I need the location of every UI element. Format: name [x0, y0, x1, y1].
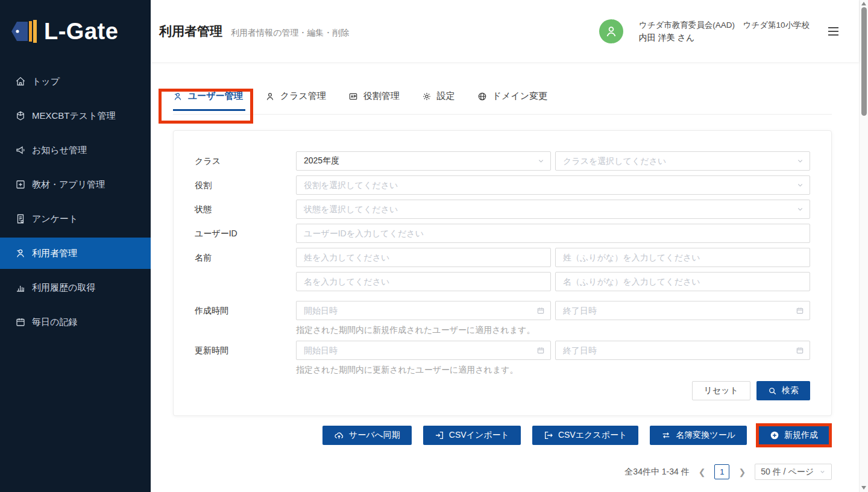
- tab-class-management[interactable]: クラス管理: [265, 89, 329, 111]
- hamburger-menu-icon[interactable]: [828, 27, 839, 36]
- search-icon: [768, 386, 777, 396]
- sidebar-item-survey[interactable]: アンケート: [0, 203, 151, 235]
- first-name-input[interactable]: [296, 272, 551, 291]
- csv-import-button[interactable]: CSVインポート: [423, 426, 521, 445]
- role-label: 役割: [195, 175, 296, 195]
- sidebar-item-news[interactable]: お知らせ管理: [0, 134, 151, 166]
- last-name-field[interactable]: [296, 248, 551, 267]
- content: ユーザー管理 クラス管理 役割管理: [151, 62, 859, 492]
- sidebar-item-mexcbt[interactable]: MEXCBTテスト管理: [0, 100, 151, 131]
- created-end-date-field[interactable]: [555, 301, 810, 320]
- topbar: 利用者管理 利用者情報の管理・編集・削除 ウチダ市教育委員会(AAD) ウチダ第…: [151, 0, 859, 62]
- user-id-field[interactable]: [296, 224, 810, 243]
- tabbar: ユーザー管理 クラス管理 役割管理: [173, 89, 832, 115]
- tab-label: 設定: [437, 90, 455, 102]
- create-new-button-label: 新規作成: [784, 430, 818, 441]
- sidebar-item-top[interactable]: トップ: [0, 66, 151, 97]
- create-new-button[interactable]: 新規作成: [758, 426, 829, 445]
- reset-button[interactable]: リセット: [692, 381, 750, 400]
- last-name-kana-input[interactable]: [555, 248, 810, 267]
- first-name-field[interactable]: [296, 272, 551, 291]
- user-id-input[interactable]: [296, 224, 810, 243]
- filter-card: クラス 役割: [173, 130, 832, 416]
- lgate-logo-icon: [9, 17, 38, 45]
- roster-convert-tool-button-label: 名簿変換ツール: [676, 430, 735, 441]
- first-name-kana-field[interactable]: [555, 272, 810, 291]
- csv-export-button[interactable]: CSVエクスポート: [532, 426, 638, 445]
- created-time-label: 作成時間: [195, 301, 296, 320]
- updated-end-date-field[interactable]: [555, 341, 810, 360]
- status-select[interactable]: [296, 200, 810, 219]
- last-name-kana-field[interactable]: [555, 248, 810, 267]
- megaphone-icon: [15, 145, 26, 156]
- page-subtitle: 利用者情報の管理・編集・削除: [231, 28, 349, 39]
- updated-start-date-input[interactable]: [296, 341, 551, 360]
- sidebar-item-label: 利用者管理: [32, 248, 77, 259]
- year-select[interactable]: [296, 151, 551, 171]
- sidebar-item-usage-history[interactable]: 利用履歴の取得: [0, 272, 151, 303]
- status-select-input[interactable]: [296, 200, 810, 219]
- sidebar-item-materials[interactable]: 教材・アプリ管理: [0, 169, 151, 200]
- scrollbar: [859, 0, 868, 492]
- sidebar-item-label: 利用履歴の取得: [32, 282, 95, 294]
- class-select[interactable]: [555, 151, 810, 171]
- created-end-date-input[interactable]: [555, 301, 810, 320]
- first-name-kana-input[interactable]: [555, 272, 810, 291]
- sidebar: L-Gate トップ MEXCBTテスト管理 お知らせ管理: [0, 0, 151, 492]
- user-icon: [173, 92, 183, 101]
- person-icon: [265, 92, 275, 101]
- calendar-icon: [15, 317, 26, 327]
- page-size-select[interactable]: 50 件 / ページ: [755, 464, 832, 480]
- tab-settings[interactable]: 設定: [422, 89, 458, 111]
- year-select-input[interactable]: [296, 151, 551, 171]
- updated-start-date-field[interactable]: [296, 341, 551, 360]
- globe-icon: [477, 92, 487, 101]
- role-card-icon: [348, 92, 358, 101]
- app-plus-icon: [15, 179, 26, 190]
- import-icon: [435, 430, 444, 440]
- avatar: [599, 19, 623, 43]
- last-name-input[interactable]: [296, 248, 551, 267]
- prev-page-arrow[interactable]: ❮: [697, 467, 707, 477]
- export-icon: [544, 430, 553, 440]
- sidebar-item-daily-record[interactable]: 毎日の記録: [0, 306, 151, 338]
- sidebar-item-label: MEXCBTテスト管理: [32, 110, 116, 122]
- swap-arrows-icon: [661, 430, 671, 440]
- tab-user-management[interactable]: ユーザー管理: [173, 89, 245, 111]
- sidebar-item-label: アンケート: [32, 213, 78, 225]
- pagination: 全34件中 1-34 件 ❮ 1 ❯ 50 件 / ページ: [173, 464, 832, 480]
- chart-icon: [15, 282, 26, 293]
- csv-import-button-label: CSVインポート: [449, 430, 509, 441]
- tab-label: ユーザー管理: [188, 90, 243, 102]
- updated-end-date-input[interactable]: [555, 341, 810, 360]
- created-start-date-input[interactable]: [296, 301, 551, 320]
- organization-label: ウチダ市教育委員会(AAD) ウチダ第10小学校: [639, 19, 810, 31]
- users-icon: [15, 248, 26, 259]
- role-select-input[interactable]: [296, 175, 810, 195]
- created-start-date-field[interactable]: [296, 301, 551, 320]
- sidebar-item-users[interactable]: 利用者管理: [0, 238, 151, 269]
- app-logo-text: L-Gate: [44, 19, 118, 45]
- sidebar-item-label: 教材・アプリ管理: [32, 179, 105, 191]
- tab-role-management[interactable]: 役割管理: [348, 89, 402, 111]
- role-select[interactable]: [296, 175, 810, 195]
- updated-time-label: 更新時間: [195, 341, 296, 360]
- roster-convert-tool-button[interactable]: 名簿変換ツール: [650, 426, 747, 445]
- reset-button-label: リセット: [704, 385, 738, 396]
- sync-server-button-label: サーバへ同期: [349, 430, 400, 441]
- scrollbar-thumb[interactable]: [861, 7, 867, 116]
- plus-circle-icon: [770, 430, 779, 440]
- next-page-arrow[interactable]: ❯: [737, 467, 747, 477]
- tab-domain-change[interactable]: ドメイン変更: [477, 89, 550, 111]
- user-name-label: 内田 洋美 さん: [639, 31, 810, 44]
- class-select-input[interactable]: [555, 151, 810, 171]
- tab-label: ドメイン変更: [492, 90, 547, 102]
- search-button[interactable]: 検索: [756, 381, 810, 400]
- scrollbar-down-arrow[interactable]: [861, 486, 866, 490]
- current-page-button[interactable]: 1: [714, 464, 729, 479]
- sidebar-item-label: トップ: [32, 76, 60, 87]
- app-logo: L-Gate: [0, 0, 151, 63]
- sync-server-button[interactable]: サーバへ同期: [322, 426, 412, 445]
- sidebar-nav: トップ MEXCBTテスト管理 お知らせ管理 教材・アプリ管理: [0, 66, 151, 338]
- scrollbar-up-arrow[interactable]: [861, 2, 866, 5]
